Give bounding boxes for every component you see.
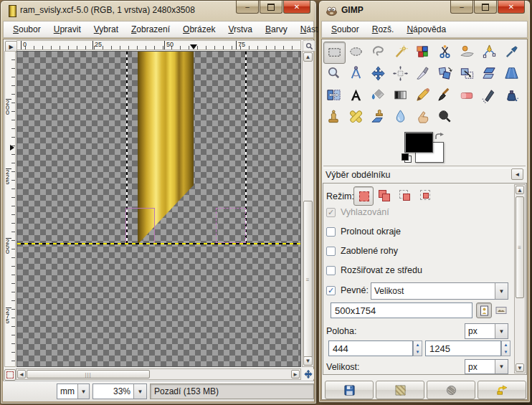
options-scroll-thumb[interactable]: ≡ <box>516 196 524 298</box>
save-options-button[interactable] <box>325 381 374 399</box>
toolbox-titlebar[interactable]: GIMP – ✕ <box>319 1 530 20</box>
tool-shear[interactable] <box>479 63 500 84</box>
foreground-color-swatch[interactable] <box>404 132 433 153</box>
quick-mask-button[interactable] <box>4 369 16 381</box>
toolbox-minimize-button[interactable]: – <box>450 1 473 14</box>
mode-intersect-button[interactable] <box>416 186 434 204</box>
default-colors-icon[interactable] <box>402 153 412 163</box>
zoom-select[interactable]: 33% ▼ <box>92 383 147 399</box>
scroll-down-button[interactable]: ▼ <box>303 356 313 366</box>
position-unit-select[interactable]: px ▼ <box>465 323 508 339</box>
mode-add-button[interactable] <box>374 186 393 204</box>
checkbox-3[interactable] <box>326 247 336 256</box>
fixed-dropdown-arrow[interactable]: ▼ <box>495 283 508 299</box>
tool-clone[interactable] <box>323 106 344 127</box>
image-canvas[interactable] <box>16 51 301 367</box>
landscape-orientation-button[interactable] <box>493 303 509 318</box>
unit-select[interactable]: mm ▼ <box>57 383 90 399</box>
tool-paintbrush[interactable] <box>434 85 455 105</box>
canvas-vscrollbar[interactable]: ▲ ≡ ▼ <box>302 51 314 367</box>
menu-zobrazen[interactable]: Zobrazení <box>125 22 176 37</box>
canvas-hscrollbar[interactable]: ◄ ||| ► <box>16 368 301 380</box>
tool-eraser[interactable] <box>457 85 478 105</box>
position-y-spinner[interactable]: ▲▼ <box>501 340 510 356</box>
tool-color-picker[interactable] <box>501 42 522 62</box>
checkbox-4[interactable] <box>326 266 336 275</box>
vscroll-thumb[interactable]: ≡ <box>303 201 313 358</box>
scroll-right-button[interactable]: ► <box>291 370 300 378</box>
tool-airbrush[interactable] <box>479 85 500 105</box>
mode-replace-button[interactable] <box>353 186 374 206</box>
mode-subtract-button[interactable] <box>395 186 414 204</box>
tool-bucket-fill[interactable] <box>368 85 389 105</box>
toolbox-menu-soubor[interactable]: Soubor <box>325 22 366 37</box>
navigation-button[interactable] <box>303 368 314 380</box>
delete-options-button[interactable] <box>427 381 475 399</box>
maximize-button[interactable] <box>260 1 282 14</box>
horizontal-ruler[interactable]: 0255075 <box>16 40 301 50</box>
selection-handle-bottom-left[interactable] <box>125 208 155 244</box>
restore-options-button[interactable] <box>376 381 424 399</box>
menu-obrzek[interactable]: Obrázek <box>176 22 222 37</box>
tool-rotate[interactable] <box>434 63 455 84</box>
position-x-input[interactable]: 444 <box>328 340 413 356</box>
tool-foreground-select[interactable] <box>457 42 478 62</box>
tool-perspective[interactable] <box>501 63 522 84</box>
tool-smudge[interactable] <box>412 106 433 127</box>
size-unit-arrow[interactable]: ▼ <box>495 360 508 373</box>
tool-rect-select[interactable] <box>323 42 346 64</box>
hscroll-thumb[interactable]: ||| <box>27 370 150 378</box>
tool-zoom[interactable] <box>323 63 344 84</box>
checkbox-1[interactable]: ✓ <box>326 208 336 217</box>
toolbox-menu-npovda[interactable]: Nápověda <box>400 22 452 37</box>
tool-gradient[interactable] <box>390 85 411 105</box>
tool-fuzzy-select[interactable] <box>390 42 411 62</box>
toolbox-maximize-button[interactable] <box>474 1 497 14</box>
scroll-left-button[interactable]: ◄ <box>17 370 26 378</box>
panel-collapse-button[interactable]: ◄ <box>511 168 523 180</box>
tool-measure[interactable] <box>346 63 366 84</box>
tool-ink[interactable] <box>501 85 522 105</box>
menu-barvy[interactable]: Barvy <box>259 22 294 37</box>
position-unit-arrow[interactable]: ▼ <box>495 324 508 338</box>
tool-pencil[interactable] <box>412 85 433 105</box>
fixed-size-input[interactable]: 500x1754 <box>331 302 472 318</box>
position-x-spinner[interactable]: ▲▼ <box>413 340 422 356</box>
tool-scale[interactable] <box>457 63 478 84</box>
tool-text[interactable] <box>346 85 366 105</box>
toolbox-menu-roz[interactable]: Rozš. <box>366 22 401 37</box>
tool-crop[interactable] <box>412 63 433 84</box>
position-y-input[interactable]: 1245 <box>425 340 501 356</box>
close-button[interactable]: ✕ <box>283 1 310 14</box>
zoom-dropdown-arrow[interactable]: ▼ <box>133 384 146 399</box>
tool-paths[interactable] <box>479 42 500 62</box>
tool-perspective-clone[interactable] <box>368 106 389 127</box>
options-scrollbar[interactable]: ▲ ≡ ▼ <box>514 184 526 373</box>
unit-dropdown-arrow[interactable]: ▼ <box>77 384 89 399</box>
menu-upravit[interactable]: Upravit <box>47 22 87 37</box>
tool-dodge-burn[interactable] <box>434 106 455 127</box>
reset-options-button[interactable] <box>478 381 526 399</box>
toolbox-close-button[interactable]: ✕ <box>498 1 525 14</box>
menu-vrstva[interactable]: Vrstva <box>222 22 259 37</box>
checkbox-2[interactable] <box>326 227 336 237</box>
tool-scissors-select[interactable] <box>434 42 455 62</box>
fixed-checkbox[interactable]: ✓ <box>326 286 336 295</box>
vertical-ruler[interactable]: 200225250275 <box>4 51 16 367</box>
tool-move[interactable] <box>368 63 389 84</box>
tool-ellipse-select[interactable] <box>346 42 366 62</box>
minimize-button[interactable]: – <box>236 1 259 14</box>
tool-blur-sharpen[interactable] <box>390 106 411 127</box>
fixed-option-select[interactable]: Velikost ▼ <box>371 282 508 300</box>
zoom-follows-window-button[interactable] <box>303 40 315 52</box>
scroll-up-button[interactable]: ▲ <box>303 52 313 62</box>
selection-handle-bottom-right[interactable] <box>216 208 246 243</box>
size-unit-select[interactable]: px ▼ <box>465 359 508 374</box>
portrait-orientation-button[interactable] <box>476 302 492 318</box>
tool-flip[interactable] <box>323 85 344 105</box>
tool-align[interactable] <box>390 63 411 84</box>
menu-vybrat[interactable]: Vybrat <box>87 22 125 37</box>
tool-select-by-color[interactable] <box>412 42 433 62</box>
menu-soubor[interactable]: Soubor <box>6 22 47 37</box>
options-scroll-up[interactable]: ▲ <box>516 186 524 194</box>
